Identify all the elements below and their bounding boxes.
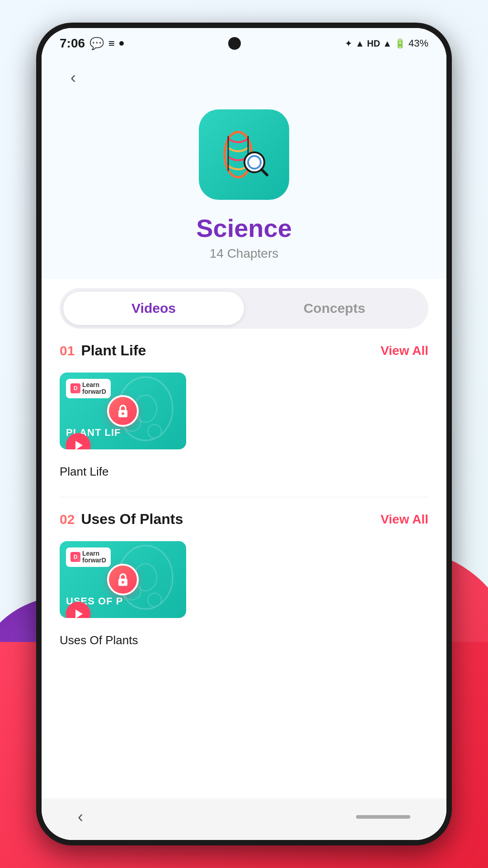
chapter-header-1: 01 Plant Life View All bbox=[60, 342, 428, 359]
phone-screen: 7:06 💬 ≡ ✦ ▲ HD ▲ 🔋 43% ‹ bbox=[42, 28, 446, 840]
play-triangle-1 bbox=[75, 441, 83, 449]
lock-icon-2 bbox=[115, 571, 131, 588]
content-area: 01 Plant Life View All bbox=[42, 338, 446, 670]
subject-chapters: 14 Chapters bbox=[210, 246, 279, 261]
bottom-nav: ‹ bbox=[42, 798, 446, 840]
tab-videos[interactable]: Videos bbox=[63, 292, 244, 325]
tab-bar: Videos Concepts bbox=[60, 288, 428, 329]
thumbnail-logo-icon-1: D bbox=[70, 383, 80, 393]
chapter-name-1: Plant Life bbox=[81, 342, 146, 359]
chapter-section-2: 02 Uses Of Plants View All bbox=[60, 511, 428, 647]
chapter-divider bbox=[60, 497, 428, 497]
play-triangle-2 bbox=[75, 609, 83, 618]
video-title-1: Plant Life bbox=[60, 455, 186, 479]
thumbnail-logo-1: D Learn forwarD bbox=[66, 379, 111, 398]
signal-icon: ✦ bbox=[345, 38, 352, 49]
bottom-back-icon: ‹ bbox=[78, 807, 83, 826]
status-time: 7:06 bbox=[60, 36, 85, 51]
notification-dot bbox=[119, 41, 124, 46]
chapter-title-group-2: 02 Uses Of Plants bbox=[60, 511, 183, 528]
whatsapp-icon: 💬 bbox=[89, 37, 104, 51]
notification-icon: ≡ bbox=[108, 37, 115, 50]
thumbnail-logo-2: D Learn forwarD bbox=[66, 547, 111, 567]
subject-name: Science bbox=[196, 213, 292, 243]
video-card-1[interactable]: D Learn forwarD PLANT LIF bbox=[60, 373, 186, 479]
thumbnail-logo-text-2: Learn forwarD bbox=[82, 550, 106, 564]
thumbnail-logo-icon-2: D bbox=[70, 552, 80, 562]
top-nav: ‹ bbox=[42, 55, 446, 96]
battery-percent: 43% bbox=[408, 38, 428, 49]
lock-badge-2 bbox=[107, 564, 139, 595]
chapter-number-2: 02 bbox=[60, 512, 75, 527]
status-bar: 7:06 💬 ≡ ✦ ▲ HD ▲ 🔋 43% bbox=[42, 28, 446, 55]
svg-line-5 bbox=[262, 170, 267, 175]
tab-concepts[interactable]: Concepts bbox=[244, 292, 425, 325]
chapter-section-1: 01 Plant Life View All bbox=[60, 342, 428, 479]
lock-icon-1 bbox=[115, 403, 131, 419]
tab-videos-label: Videos bbox=[131, 301, 176, 316]
camera-notch bbox=[228, 37, 241, 50]
subject-icon-box bbox=[199, 109, 289, 200]
view-all-btn-1[interactable]: View All bbox=[380, 344, 428, 358]
phone-frame: 7:06 💬 ≡ ✦ ▲ HD ▲ 🔋 43% ‹ bbox=[36, 23, 452, 845]
video-thumbnail-2: D Learn forwarD USES OF P bbox=[60, 541, 186, 618]
view-all-btn-2[interactable]: View All bbox=[380, 512, 428, 527]
chapter-name-2: Uses Of Plants bbox=[81, 511, 183, 528]
dna-icon bbox=[215, 125, 273, 184]
back-arrow-icon: ‹ bbox=[70, 68, 76, 87]
tab-concepts-label: Concepts bbox=[304, 301, 366, 316]
home-indicator bbox=[356, 815, 410, 819]
svg-point-17 bbox=[122, 581, 124, 584]
svg-point-15 bbox=[148, 593, 161, 607]
video-title-2: Uses Of Plants bbox=[60, 623, 186, 647]
svg-point-11 bbox=[122, 412, 124, 415]
back-button[interactable]: ‹ bbox=[60, 64, 87, 91]
status-left: 7:06 💬 ≡ bbox=[60, 36, 124, 51]
chapter-header-2: 02 Uses Of Plants View All bbox=[60, 511, 428, 528]
video-thumbnail-1: D Learn forwarD PLANT LIF bbox=[60, 373, 186, 449]
subject-hero: Science 14 Chapters bbox=[42, 96, 446, 279]
bottom-back-button[interactable]: ‹ bbox=[78, 807, 83, 826]
data-icon: ▲ bbox=[383, 38, 392, 49]
status-center bbox=[228, 37, 241, 50]
battery-icon: 🔋 bbox=[394, 38, 406, 49]
svg-point-9 bbox=[148, 425, 161, 438]
video-card-2[interactable]: D Learn forwarD USES OF P bbox=[60, 541, 186, 647]
thumbnail-logo-text-1: Learn forwarD bbox=[82, 382, 106, 396]
status-right: ✦ ▲ HD ▲ 🔋 43% bbox=[345, 38, 428, 49]
chapter-title-group-1: 01 Plant Life bbox=[60, 342, 146, 359]
lock-badge-1 bbox=[107, 395, 139, 427]
hd-label: HD bbox=[367, 38, 380, 49]
screen-content: ‹ bbox=[42, 55, 446, 798]
wifi-icon: ▲ bbox=[355, 38, 364, 49]
chapter-number-1: 01 bbox=[60, 343, 75, 359]
